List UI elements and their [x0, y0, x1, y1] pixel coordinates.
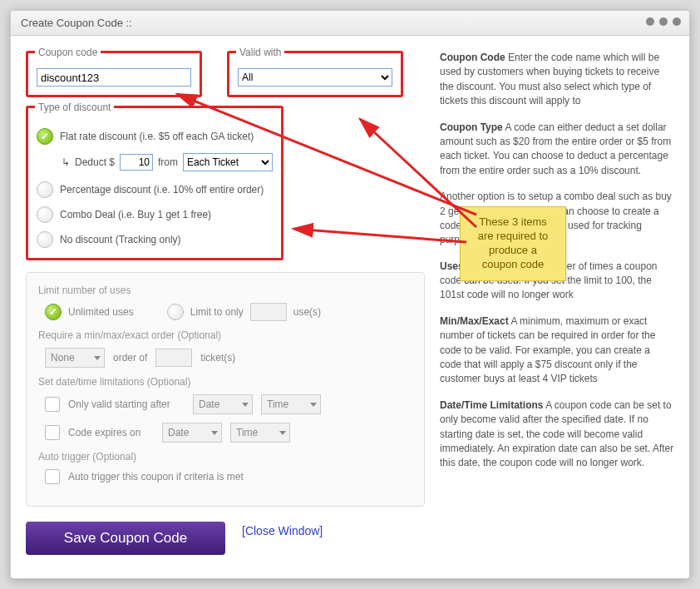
start-time-select[interactable]: Time: [261, 394, 321, 414]
radio-unlimited[interactable]: Unlimited uses: [45, 304, 134, 320]
valid-with-fieldset: Valid with All: [227, 51, 403, 97]
unlimited-label: Unlimited uses: [68, 306, 134, 318]
required-note: These 3 items are required to produce a …: [460, 206, 566, 281]
require-middle: order of: [113, 352, 147, 364]
radio-icon: [45, 304, 62, 320]
valid-with-legend: Valid with: [236, 47, 284, 58]
require-mode-select[interactable]: None: [45, 348, 105, 368]
limit-uses-label: Limit number of uses: [38, 285, 412, 296]
end-time-select[interactable]: Time: [230, 423, 290, 443]
require-order-label: Require a min/max/exact order (Optional): [38, 329, 412, 341]
radio-flat-rate[interactable]: Flat rate discount (i.e. $5 off each GA …: [37, 128, 273, 145]
discount-type-legend: Type of discount: [35, 101, 114, 113]
coupon-code-legend: Coupon code: [35, 47, 101, 58]
start-date-select[interactable]: Date: [193, 394, 253, 414]
radio-no-discount-label: No discount (Tracking only): [60, 234, 181, 245]
radio-icon: [37, 181, 53, 198]
sub-arrow-icon: ↳: [62, 156, 70, 168]
limit-to-label: Limit to only: [190, 306, 244, 318]
require-order-row: None order of ticket(s): [45, 348, 412, 368]
help-type: Coupon Type A code can either deduct a s…: [440, 121, 674, 179]
require-qty-input[interactable]: [155, 349, 192, 367]
auto-trigger-checkbox[interactable]: [45, 469, 60, 484]
help-dt-title: Date/Time Limitations: [440, 399, 543, 411]
radio-combo-label: Combo Deal (i.e. Buy 1 get 1 free): [60, 209, 211, 220]
create-coupon-modal: Create Coupon Code :: Coupon code Valid …: [10, 10, 690, 579]
form-column: Coupon code Valid with All Type of disco…: [26, 51, 425, 567]
start-label: Only valid starting after: [68, 398, 185, 410]
valid-with-select[interactable]: All: [238, 68, 392, 87]
require-suffix: ticket(s): [200, 352, 235, 364]
options-panel: Limit number of uses Unlimited uses Limi…: [26, 272, 425, 507]
help-dt: Date/Time Limitations A coupon code can …: [440, 398, 674, 471]
radio-combo[interactable]: Combo Deal (i.e. Buy 1 get 1 free): [37, 206, 273, 223]
help-column: Coupon Code Enter the code name which wi…: [440, 51, 674, 567]
radio-icon: [37, 128, 53, 145]
radio-limit-to[interactable]: Limit to only use(s): [167, 303, 321, 321]
help-mme: Min/Max/Exact A minimum, maximum or exac…: [440, 314, 674, 387]
radio-percentage[interactable]: Percentage discount (i.e. 10% off entire…: [37, 181, 273, 198]
limit-to-suffix: use(s): [293, 306, 321, 318]
start-date-row: Only valid starting after Date Time: [45, 394, 412, 414]
radio-icon: [37, 231, 53, 248]
dot-icon: [646, 17, 654, 26]
radio-no-discount[interactable]: No discount (Tracking only): [37, 231, 273, 248]
coupon-code-input[interactable]: [37, 68, 191, 87]
auto-trigger-row: Auto trigger this coupon if criteria is …: [45, 469, 412, 484]
deduct-amount-input[interactable]: [120, 154, 153, 171]
discount-type-fieldset: Type of discount Flat rate discount (i.e…: [26, 106, 283, 260]
close-link[interactable]: [Close Window]: [242, 524, 323, 537]
modal-title: Create Coupon Code ::: [21, 17, 132, 29]
help-type-title: Coupon Type: [440, 121, 503, 133]
coupon-code-fieldset: Coupon code: [26, 51, 202, 97]
help-code-title: Coupon Code: [440, 52, 505, 63]
date-limits-label: Set date/time limitations (Optional): [38, 376, 412, 388]
end-date-row: Code expires on Date Time: [45, 423, 412, 443]
titlebar: Create Coupon Code ::: [11, 11, 689, 36]
deduct-prefix: Deduct $: [75, 156, 115, 168]
auto-trigger-text: Auto trigger this coupon if criteria is …: [68, 471, 244, 483]
save-button[interactable]: Save Coupon Code: [26, 522, 225, 555]
auto-trigger-label: Auto trigger (Optional): [38, 451, 412, 463]
modal-body: Coupon code Valid with All Type of disco…: [11, 36, 689, 578]
titlebar-dots: [646, 17, 681, 26]
radio-icon: [37, 206, 53, 223]
radio-percentage-label: Percentage discount (i.e. 10% off entire…: [60, 184, 264, 196]
radio-icon: [167, 304, 184, 320]
radio-flat-label: Flat rate discount (i.e. $5 off each GA …: [60, 131, 254, 142]
help-mme-title: Min/Max/Exact: [440, 315, 509, 327]
dot-icon: [659, 17, 668, 26]
limit-to-input[interactable]: [250, 303, 287, 321]
end-checkbox[interactable]: [45, 425, 60, 440]
deduct-scope-select[interactable]: Each Ticket: [183, 153, 273, 171]
end-date-select[interactable]: Date: [162, 423, 222, 443]
start-checkbox[interactable]: [45, 397, 60, 412]
help-code: Coupon Code Enter the code name which wi…: [440, 51, 674, 109]
end-label: Code expires on: [68, 427, 154, 438]
dot-icon: [673, 17, 681, 26]
deduct-row: ↳ Deduct $ from Each Ticket: [62, 153, 273, 171]
deduct-from-label: from: [158, 156, 178, 168]
